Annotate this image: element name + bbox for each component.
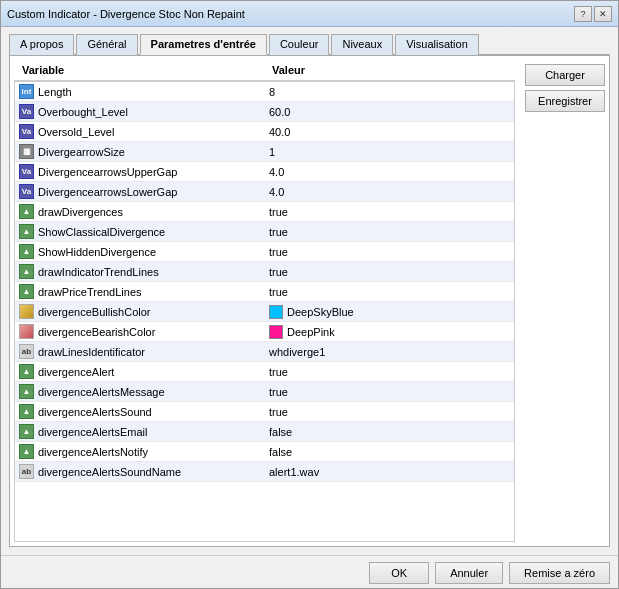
- tab-apropos[interactable]: A propos: [9, 34, 74, 55]
- col-value: Valeur: [268, 62, 511, 78]
- row-value: true: [269, 366, 288, 378]
- tab-visualisation[interactable]: Visualisation: [395, 34, 479, 55]
- col-variable: Variable: [18, 62, 268, 78]
- row-icon: ▲: [19, 404, 34, 419]
- close-button[interactable]: ✕: [594, 6, 612, 22]
- row-value: DeepPink: [287, 326, 335, 338]
- table-row[interactable]: VaOverbought_Level60.0: [15, 102, 514, 122]
- row-value: true: [269, 406, 288, 418]
- row-value: true: [269, 266, 288, 278]
- row-value: DeepSkyBlue: [287, 306, 354, 318]
- table-row[interactable]: ▲ShowClassicalDivergencetrue: [15, 222, 514, 242]
- row-icon: ▲: [19, 424, 34, 439]
- table-row[interactable]: ▲divergenceAlertsNotifyfalse: [15, 442, 514, 462]
- main-window: Custom Indicator - Divergence Stoc Non R…: [0, 0, 619, 589]
- row-value: true: [269, 246, 288, 258]
- window-title: Custom Indicator - Divergence Stoc Non R…: [7, 8, 574, 20]
- table-row[interactable]: ▲divergenceAlertsMessagetrue: [15, 382, 514, 402]
- charger-button[interactable]: Charger: [525, 64, 605, 86]
- tab-parametres[interactable]: Parametres d'entrée: [140, 34, 267, 55]
- title-bar: Custom Indicator - Divergence Stoc Non R…: [1, 1, 618, 27]
- row-variable-name: divergenceAlertsEmail: [38, 426, 147, 438]
- tab-bar: A propos Général Parametres d'entrée Cou…: [9, 33, 610, 56]
- ok-button[interactable]: OK: [369, 562, 429, 584]
- table-row[interactable]: divergenceBearishColorDeepPink: [15, 322, 514, 342]
- row-icon: [19, 304, 34, 319]
- row-icon: ab: [19, 464, 34, 479]
- row-variable-name: divergenceAlertsMessage: [38, 386, 165, 398]
- remise-button[interactable]: Remise a zéro: [509, 562, 610, 584]
- table-row[interactable]: abdivergenceAlertsSoundNamealert1.wav: [15, 462, 514, 482]
- row-variable-name: ShowClassicalDivergence: [38, 226, 165, 238]
- row-icon: Va: [19, 184, 34, 199]
- row-value: whdiverge1: [269, 346, 325, 358]
- title-buttons: ? ✕: [574, 6, 612, 22]
- row-variable-name: drawDivergences: [38, 206, 123, 218]
- color-swatch: [269, 325, 283, 339]
- row-value: false: [269, 446, 292, 458]
- row-icon: ▦: [19, 144, 34, 159]
- row-value: true: [269, 206, 288, 218]
- table-row[interactable]: ▲drawIndicatorTrendLinestrue: [15, 262, 514, 282]
- table-row[interactable]: VaOversold_Level40.0: [15, 122, 514, 142]
- table-row[interactable]: abdrawLinesIdentificatorwhdiverge1: [15, 342, 514, 362]
- table-row[interactable]: ▲ShowHiddenDivergencetrue: [15, 242, 514, 262]
- row-variable-name: divergenceAlert: [38, 366, 114, 378]
- tab-content: Variable Valeur intLength8VaOverbought_L…: [9, 56, 610, 547]
- row-icon: ▲: [19, 444, 34, 459]
- table-row[interactable]: ▦DivergearrowSize1: [15, 142, 514, 162]
- row-variable-name: Oversold_Level: [38, 126, 114, 138]
- row-icon: Va: [19, 164, 34, 179]
- row-icon: ▲: [19, 364, 34, 379]
- row-variable-name: divergenceBullishColor: [38, 306, 151, 318]
- row-variable-name: Overbought_Level: [38, 106, 128, 118]
- row-variable-name: divergenceBearishColor: [38, 326, 155, 338]
- row-variable-name: drawLinesIdentificator: [38, 346, 145, 358]
- row-variable-name: divergenceAlertsNotify: [38, 446, 148, 458]
- row-icon: ▲: [19, 244, 34, 259]
- bottom-bar: OK Annuler Remise a zéro: [1, 555, 618, 588]
- table-body[interactable]: intLength8VaOverbought_Level60.0VaOverso…: [14, 81, 515, 542]
- row-icon: ▲: [19, 384, 34, 399]
- row-variable-name: drawIndicatorTrendLines: [38, 266, 159, 278]
- right-panel: Charger Enregistrer: [525, 64, 605, 542]
- table-row[interactable]: VaDivergencearrowsLowerGap4.0: [15, 182, 514, 202]
- row-variable-name: ShowHiddenDivergence: [38, 246, 156, 258]
- table-row[interactable]: ▲divergenceAlertsEmailfalse: [15, 422, 514, 442]
- row-icon: ▲: [19, 224, 34, 239]
- row-value: true: [269, 386, 288, 398]
- tab-general[interactable]: Général: [76, 34, 137, 55]
- main-area: Variable Valeur intLength8VaOverbought_L…: [14, 60, 605, 542]
- row-value: 4.0: [269, 166, 284, 178]
- table-header: Variable Valeur: [14, 60, 515, 81]
- tab-niveaux[interactable]: Niveaux: [331, 34, 393, 55]
- table-row[interactable]: ▲divergenceAlerttrue: [15, 362, 514, 382]
- table-row[interactable]: divergenceBullishColorDeepSkyBlue: [15, 302, 514, 322]
- row-variable-name: DivergencearrowsLowerGap: [38, 186, 177, 198]
- help-button[interactable]: ?: [574, 6, 592, 22]
- row-value: 60.0: [269, 106, 290, 118]
- row-icon: int: [19, 84, 34, 99]
- annuler-button[interactable]: Annuler: [435, 562, 503, 584]
- row-value: 1: [269, 146, 275, 158]
- row-value: 4.0: [269, 186, 284, 198]
- row-value: true: [269, 286, 288, 298]
- table-row[interactable]: ▲divergenceAlertsSoundtrue: [15, 402, 514, 422]
- table-row[interactable]: intLength8: [15, 82, 514, 102]
- table-row[interactable]: ▲drawPriceTrendLinestrue: [15, 282, 514, 302]
- row-variable-name: drawPriceTrendLines: [38, 286, 142, 298]
- row-value: 8: [269, 86, 275, 98]
- table-row[interactable]: ▲drawDivergencestrue: [15, 202, 514, 222]
- table-row[interactable]: VaDivergencearrowsUpperGap4.0: [15, 162, 514, 182]
- tab-couleur[interactable]: Couleur: [269, 34, 330, 55]
- table-area: Variable Valeur intLength8VaOverbought_L…: [14, 60, 515, 542]
- content-area: A propos Général Parametres d'entrée Cou…: [1, 27, 618, 555]
- row-icon: [19, 324, 34, 339]
- row-icon: ▲: [19, 284, 34, 299]
- color-swatch: [269, 305, 283, 319]
- row-icon: ab: [19, 344, 34, 359]
- enregistrer-button[interactable]: Enregistrer: [525, 90, 605, 112]
- row-value: 40.0: [269, 126, 290, 138]
- row-variable-name: DivergencearrowsUpperGap: [38, 166, 177, 178]
- row-variable-name: Length: [38, 86, 72, 98]
